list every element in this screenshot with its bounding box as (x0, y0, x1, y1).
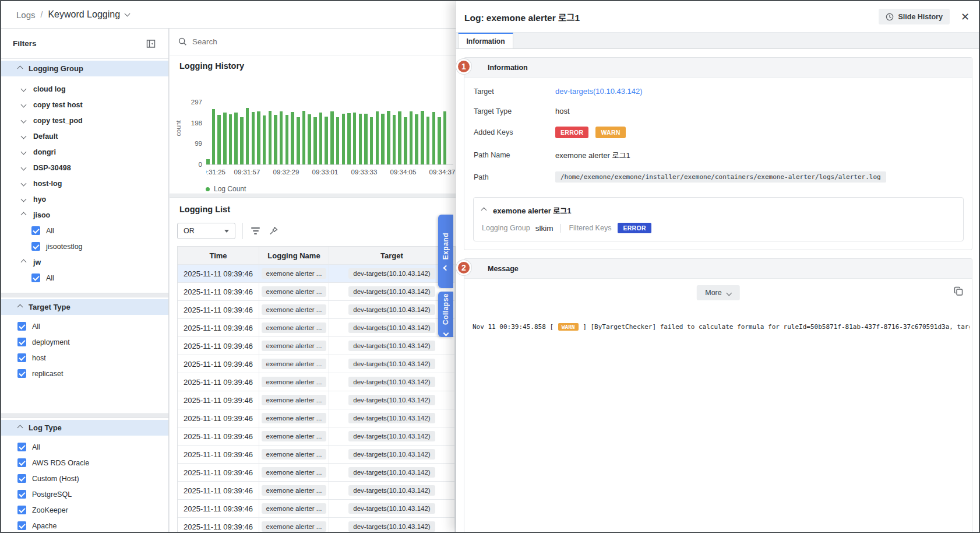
copy-icon[interactable] (954, 286, 964, 296)
logging-group-title: Logging Group (29, 64, 83, 73)
log-type-header[interactable]: Log Type (1, 420, 168, 436)
checkbox-checked-icon[interactable] (17, 443, 26, 451)
logging-group-item[interactable]: jisoo (1, 207, 168, 223)
chevron-down-icon (21, 181, 27, 187)
table-row[interactable]: 2025-11-11 09:39:46exemone alerter ...de… (178, 337, 455, 355)
logging-group-item[interactable]: Default (1, 128, 168, 144)
checkbox-checked-icon[interactable] (31, 226, 40, 235)
column-header-time[interactable]: Time (178, 247, 259, 264)
table-row[interactable]: 2025-11-11 09:39:46exemone alerter ...de… (178, 373, 455, 391)
chart-legend[interactable]: Log Count (206, 185, 246, 193)
chart-bar (257, 111, 260, 164)
filter-option[interactable]: replicaset (1, 366, 168, 381)
table-body: 2025-11-11 09:39:46exemone alerter ...de… (178, 265, 455, 532)
table-row[interactable]: 2025-11-11 09:39:46exemone alerter ...de… (178, 355, 455, 373)
slide-history-button[interactable]: Slide History (879, 9, 949, 24)
table-row[interactable]: 2025-11-11 09:39:46exemone alerter ...de… (178, 482, 455, 500)
more-button[interactable]: More (696, 285, 739, 300)
row-target: dev-targets(10.10.43.142) (348, 304, 435, 315)
table-row[interactable]: 2025-11-11 09:39:46exemone alerter ...de… (178, 391, 455, 409)
field-label: Target Type (474, 107, 555, 115)
y-axis-label: count (175, 121, 182, 136)
checkbox-checked-icon[interactable] (17, 506, 26, 514)
pin-icon[interactable] (269, 226, 279, 236)
logging-group-header[interactable]: Logging Group (1, 61, 168, 76)
group-box-details: Logging Group slkim Filtered Keys ERROR (482, 223, 955, 233)
table-row[interactable]: 2025-11-11 09:39:46exemone alerter ...de… (178, 518, 455, 532)
checkbox-checked-icon[interactable] (17, 521, 26, 530)
collapse-sidebar-icon[interactable] (146, 39, 156, 48)
column-header-name[interactable]: Logging Name (259, 247, 329, 264)
group-box-header[interactable]: exemone alerter 로그1 (482, 205, 955, 216)
table-row[interactable]: 2025-11-11 09:39:46exemone alerter ...de… (178, 427, 455, 446)
row-time: 2025-11-11 09:39:46 (184, 396, 253, 405)
information-section-title: Information (488, 64, 528, 72)
log-message-line[interactable]: Nov 11 00:39:45.858 [ WARN ] [ByTargetCh… (473, 323, 970, 331)
target-type-header[interactable]: Target Type (1, 299, 168, 315)
filter-option[interactable]: host (1, 350, 168, 366)
logging-group-item-label: host-log (33, 180, 62, 188)
table-row[interactable]: 2025-11-11 09:39:46exemone alerter ...de… (178, 464, 455, 482)
logging-list-controls: OR (177, 223, 279, 239)
filter-icon[interactable] (251, 227, 260, 234)
table-row[interactable]: 2025-11-11 09:39:46exemone alerter ...de… (178, 265, 455, 283)
breadcrumb-current[interactable]: Keyword Logging (48, 9, 120, 20)
table-row[interactable]: 2025-11-11 09:39:46exemone alerter ...de… (178, 409, 455, 427)
column-header-target[interactable]: Target (329, 247, 455, 264)
chevron-down-icon[interactable] (125, 11, 131, 17)
operator-select[interactable]: OR (177, 223, 235, 239)
information-fields: Target dev-targets(10.10.43.142) Target … (464, 78, 972, 196)
row-logging-name: exemone alerter ... (262, 377, 327, 387)
logging-group-item[interactable]: DSP-30498 (1, 160, 168, 176)
y-tick: 99 (173, 140, 202, 147)
chevron-down-icon (21, 118, 27, 124)
filter-option[interactable]: Custom (Host) (1, 471, 168, 486)
logging-group-child[interactable]: All (1, 223, 168, 239)
checkbox-checked-icon[interactable] (17, 338, 26, 346)
logging-group-item[interactable]: hyo (1, 191, 168, 207)
logging-group-item[interactable]: copy test_pod (1, 113, 168, 128)
row-target: dev-targets(10.10.43.142) (348, 485, 435, 496)
information-section-header: Information (464, 58, 972, 78)
search-input[interactable] (192, 37, 367, 46)
table-row[interactable]: 2025-11-11 09:39:46exemone alerter ...de… (178, 301, 455, 319)
checkbox-checked-icon[interactable] (31, 273, 40, 282)
filter-option[interactable]: deployment (1, 334, 168, 350)
checkbox-checked-icon[interactable] (17, 353, 26, 362)
logging-group-item[interactable]: cloud log (1, 81, 168, 97)
checkbox-checked-icon[interactable] (17, 369, 26, 378)
logging-group-child[interactable]: All (1, 270, 168, 286)
filter-option[interactable]: All (1, 318, 168, 334)
checkbox-checked-icon[interactable] (17, 490, 26, 499)
field-path-name: Path Name exemone alerter 로그1 (474, 149, 972, 160)
table-row[interactable]: 2025-11-11 09:39:46exemone alerter ...de… (178, 446, 455, 464)
logging-group-item[interactable]: jw (1, 254, 168, 270)
checkbox-checked-icon[interactable] (17, 322, 26, 331)
checkbox-checked-icon[interactable] (17, 458, 26, 467)
row-time: 2025-11-11 09:39:46 (184, 486, 253, 495)
filter-option[interactable]: AWS RDS Oracle (1, 455, 168, 471)
chevron-down-icon (21, 197, 27, 202)
checkbox-checked-icon[interactable] (31, 242, 40, 251)
checkbox-checked-icon[interactable] (17, 474, 26, 483)
expand-button[interactable]: Expand (438, 215, 453, 288)
table-row[interactable]: 2025-11-11 09:39:46exemone alerter ...de… (178, 500, 455, 518)
filter-option[interactable]: Apache (1, 518, 168, 533)
collapse-button[interactable]: Collapse (438, 292, 453, 337)
table-row[interactable]: 2025-11-11 09:39:46exemone alerter ...de… (178, 319, 455, 337)
breadcrumb-root[interactable]: Logs (16, 10, 36, 20)
checkbox-label: deployment (32, 338, 70, 346)
field-path: Path /home/exemone/exemone/installer/exe… (474, 171, 972, 183)
table-row[interactable]: 2025-11-11 09:39:46exemone alerter ...de… (178, 283, 455, 301)
close-icon[interactable]: ✕ (961, 12, 970, 22)
target-link[interactable]: dev-targets(10.10.43.142) (555, 87, 643, 96)
logging-group-item[interactable]: dongri (1, 144, 168, 160)
tab-information[interactable]: Information (458, 33, 513, 48)
filter-option[interactable]: ZooKeeper (1, 502, 168, 518)
logging-group-child[interactable]: jisootestlog (1, 239, 168, 254)
filter-option[interactable]: All (1, 439, 168, 455)
search-bar[interactable] (170, 29, 456, 55)
logging-group-item[interactable]: copy test host (1, 97, 168, 113)
logging-group-item[interactable]: host-log (1, 176, 168, 191)
filter-option[interactable]: PostgreSQL (1, 486, 168, 502)
